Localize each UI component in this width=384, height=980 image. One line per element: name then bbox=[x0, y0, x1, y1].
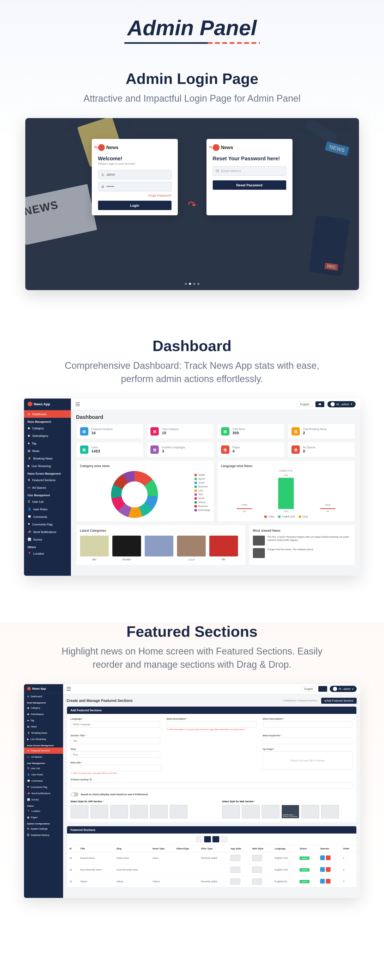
reset-password-panel: News Reset Your Password here! Email Add… bbox=[207, 139, 293, 215]
sidebar-item-subcategory[interactable]: ◉Subcategory bbox=[24, 432, 71, 439]
delete-button[interactable] bbox=[326, 867, 331, 872]
chart-category-news: Category wise news HealthSportsTravelBus… bbox=[76, 460, 214, 522]
category-card[interactable]: احداث bbox=[177, 536, 206, 561]
delete-button[interactable] bbox=[326, 856, 331, 860]
category-card[interactable]: खेल bbox=[209, 536, 238, 561]
language-selector[interactable]: English bbox=[297, 402, 312, 407]
theme-toggle[interactable] bbox=[318, 686, 327, 692]
columns-button[interactable] bbox=[212, 836, 219, 842]
logo: News bbox=[213, 144, 286, 151]
preference-toggle-row: Based on choice (Display news based on u… bbox=[71, 792, 353, 797]
sidebar-item-breaking[interactable]: ⚡Breaking News bbox=[24, 730, 63, 736]
title-underline bbox=[0, 42, 384, 44]
sidebar-item-breaking[interactable]: ⚡Breaking News bbox=[24, 455, 71, 462]
sidebar-item-userroles[interactable]: 👤User Roles bbox=[24, 772, 63, 778]
edit-button[interactable] bbox=[320, 879, 325, 884]
language-select[interactable] bbox=[71, 721, 161, 727]
most-viewed-item[interactable]: Google Pixel 6a review: The software pho… bbox=[253, 548, 351, 558]
sidebar-item-commentsflag[interactable]: ⚑Comments Flag bbox=[24, 520, 71, 528]
sidebar-item-survey[interactable]: 📊Survey bbox=[24, 797, 63, 803]
forgot-password-link[interactable]: Forgot Password? bbox=[98, 194, 172, 197]
sidebar-item-location[interactable]: 📍Location bbox=[24, 808, 63, 814]
sidebar-item-survey[interactable]: 📊Survey bbox=[24, 536, 71, 543]
add-featured-button[interactable]: ⊕ Add Featured Sections bbox=[321, 698, 357, 704]
sidebar-item-userlist[interactable]: ☰User List bbox=[24, 498, 71, 505]
star-icon: ★ bbox=[28, 478, 30, 482]
sidebar-item-notifications[interactable]: 📣Send Notifications bbox=[24, 528, 71, 536]
sidebar-item-location[interactable]: 📍Location bbox=[24, 550, 71, 557]
sidebar-item-comments[interactable]: 💬Comments bbox=[24, 778, 63, 784]
sidebar-item-news[interactable]: ▤News bbox=[24, 447, 71, 455]
sidebar-item-category[interactable]: ◉Category bbox=[24, 705, 63, 711]
sidebar-item-dashboard[interactable]: ◷Dashboard bbox=[24, 410, 71, 418]
sidebar-item-commentsflag[interactable]: ⚑Comments Flag bbox=[24, 784, 63, 790]
meta-description-input[interactable] bbox=[167, 721, 257, 727]
welcome-subtitle: Please Login to your Account bbox=[98, 162, 172, 165]
preference-toggle[interactable] bbox=[71, 792, 78, 797]
sidebar-item-adspaces[interactable]: ▭Ad Spaces bbox=[24, 754, 63, 760]
filter-button[interactable] bbox=[196, 836, 202, 842]
section-login: Admin Login Page Attractive and Impactfu… bbox=[0, 70, 384, 290]
user-menu[interactable]: Hi , admin▾ bbox=[330, 686, 356, 692]
email-input[interactable]: Email Address bbox=[213, 166, 286, 176]
sidebar-item-pages[interactable]: ▣Pages bbox=[24, 814, 63, 821]
globe-icon: ◉ bbox=[28, 426, 30, 430]
sidebar-item-news[interactable]: ▤News bbox=[24, 724, 63, 730]
latest-categories-card: Latest Categories devEnvatoاحداثखेल bbox=[76, 525, 246, 565]
sidebar-item-featured[interactable]: ★Featured Sections bbox=[24, 476, 71, 484]
web-style-options[interactable]: Breakthrough in Quantum Computing bbox=[222, 805, 353, 818]
refresh-button[interactable] bbox=[204, 836, 211, 842]
menu-toggle[interactable] bbox=[67, 687, 71, 691]
sidebar-item-category[interactable]: ◉Category bbox=[24, 424, 71, 432]
sidebar-item-dashboard[interactable]: ◷Dashboard bbox=[24, 693, 63, 700]
delete-button[interactable] bbox=[326, 879, 331, 884]
slug-input[interactable] bbox=[71, 751, 161, 758]
sidebar-item-tag[interactable]: ◈Tag bbox=[24, 439, 71, 447]
bolt-icon: ⚡ bbox=[28, 457, 31, 460]
sidebar-item-system-settings[interactable]: ⚙System Settings bbox=[24, 826, 63, 832]
image-dropzone[interactable]: Drag & Drop your files or Browse bbox=[263, 751, 353, 770]
schema-markup-input[interactable] bbox=[71, 783, 353, 789]
meta-keywords-input[interactable] bbox=[263, 738, 353, 744]
sidebar-item-adspaces[interactable]: ▭Ad Spaces bbox=[24, 484, 71, 491]
reset-password-button[interactable]: Reset Password bbox=[213, 180, 286, 190]
sidebar-item-notifications[interactable]: 📣Send Notifications bbox=[24, 790, 63, 797]
export-button[interactable] bbox=[221, 836, 228, 842]
sidebar-item-userroles[interactable]: 👤User Roles bbox=[24, 505, 71, 513]
page-title: Create and Manage Featured Sections bbox=[67, 698, 133, 703]
category-card[interactable]: dev bbox=[80, 536, 109, 561]
table-toolbar bbox=[67, 834, 356, 845]
stat-card: ▦Ad Spaces0 bbox=[288, 442, 355, 457]
sidebar-item-tag[interactable]: ◈Tag bbox=[24, 717, 63, 724]
sidebar-item-live[interactable]: ▶Live Streaming bbox=[24, 462, 71, 470]
user-menu[interactable]: Hi , admin▾ bbox=[327, 401, 355, 407]
edit-button[interactable] bbox=[320, 867, 325, 872]
sidebar-logo: News App bbox=[24, 684, 63, 693]
stats-grid: ▦Featured Sections16▦Total Category15▦To… bbox=[76, 424, 355, 457]
login-button[interactable]: Login bbox=[98, 201, 172, 210]
category-card[interactable] bbox=[145, 536, 174, 561]
sidebar-item-subcategory[interactable]: ◉Subcategory bbox=[24, 711, 63, 717]
sidebar-item-db-backup[interactable]: 🗄Database Backup bbox=[24, 832, 63, 838]
meta-title-input[interactable] bbox=[71, 765, 161, 771]
sidebar-item-comments[interactable]: 💬Comments bbox=[24, 513, 71, 520]
table-row: 24Newest Newsnewst-newsnewsRecently adde… bbox=[67, 852, 356, 864]
carousel-dots[interactable] bbox=[185, 283, 199, 285]
dashboard-screenshot: News App ◷Dashboard News Management ◉Cat… bbox=[24, 399, 360, 576]
password-input[interactable]: ••••••• bbox=[98, 182, 172, 191]
sidebar-item-live[interactable]: ▶Live Streaming bbox=[24, 736, 63, 742]
sidebar-item-userlist[interactable]: ☰User List bbox=[24, 765, 63, 772]
language-selector[interactable]: English bbox=[302, 687, 316, 692]
username-input[interactable]: admin bbox=[98, 170, 172, 179]
theme-toggle[interactable] bbox=[315, 401, 324, 407]
login-section-subtitle: Attractive and Impactful Login Page for … bbox=[49, 92, 336, 105]
section-dashboard: Dashboard Comprehensive Dashboard: Track… bbox=[0, 337, 384, 576]
category-card[interactable]: Envato bbox=[112, 536, 141, 561]
sidebar-item-featured[interactable]: ★Featured Sections bbox=[24, 748, 63, 754]
menu-toggle[interactable] bbox=[76, 402, 80, 406]
short-description-input[interactable] bbox=[263, 721, 353, 727]
app-style-options[interactable] bbox=[71, 805, 201, 818]
most-viewed-item[interactable]: The NFL is back! Preseason begins with L… bbox=[253, 536, 351, 546]
edit-button[interactable] bbox=[320, 856, 325, 860]
section-title-input[interactable] bbox=[71, 738, 161, 744]
